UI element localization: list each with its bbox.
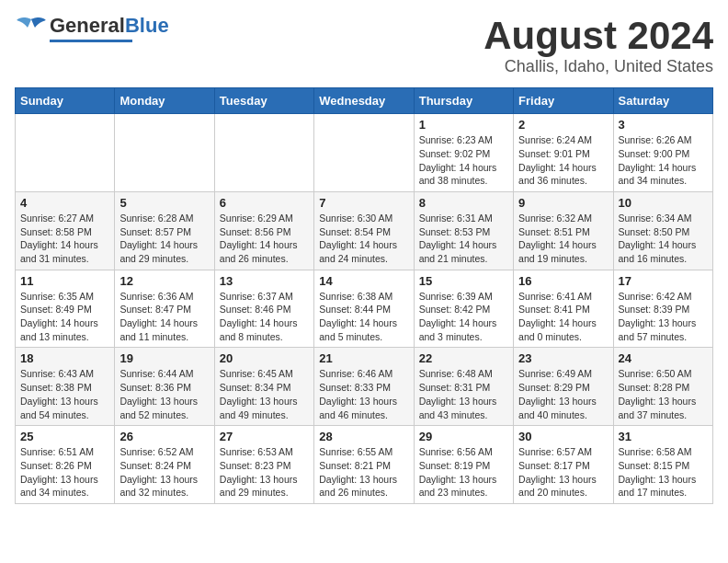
cell-info-text: Sunrise: 6:31 AM Sunset: 8:53 PM Dayligh… xyxy=(419,212,508,266)
calendar-cell: 12Sunrise: 6:36 AM Sunset: 8:47 PM Dayli… xyxy=(115,270,214,348)
title-section: August 2024 Challis, Idaho, United State… xyxy=(483,15,713,76)
cell-info-text: Sunrise: 6:56 AM Sunset: 8:19 PM Dayligh… xyxy=(419,445,508,500)
calendar-cell: 3Sunrise: 6:26 AM Sunset: 9:00 PM Daylig… xyxy=(613,114,712,192)
calendar-week-row: 1Sunrise: 6:23 AM Sunset: 9:02 PM Daylig… xyxy=(16,114,713,192)
location-subtitle: Challis, Idaho, United States xyxy=(483,57,713,76)
cell-date-number: 6 xyxy=(220,196,309,210)
day-header-saturday: Saturday xyxy=(613,88,712,114)
cell-info-text: Sunrise: 6:44 AM Sunset: 8:36 PM Dayligh… xyxy=(119,367,209,421)
cell-date-number: 10 xyxy=(619,196,708,210)
cell-info-text: Sunrise: 6:57 AM Sunset: 8:17 PM Dayligh… xyxy=(518,445,608,500)
cell-info-text: Sunrise: 6:36 AM Sunset: 8:47 PM Dayligh… xyxy=(119,290,209,344)
cell-info-text: Sunrise: 6:51 AM Sunset: 8:26 PM Dayligh… xyxy=(20,445,109,500)
cell-date-number: 13 xyxy=(220,274,309,288)
calendar-cell: 2Sunrise: 6:24 AM Sunset: 9:01 PM Daylig… xyxy=(514,114,613,192)
calendar-cell: 11Sunrise: 6:35 AM Sunset: 8:49 PM Dayli… xyxy=(16,270,115,348)
calendar-cell: 20Sunrise: 6:45 AM Sunset: 8:34 PM Dayli… xyxy=(214,348,313,426)
cell-date-number: 3 xyxy=(619,118,708,132)
cell-info-text: Sunrise: 6:32 AM Sunset: 8:51 PM Dayligh… xyxy=(518,212,608,266)
cell-info-text: Sunrise: 6:42 AM Sunset: 8:39 PM Dayligh… xyxy=(619,290,708,344)
calendar-cell: 28Sunrise: 6:55 AM Sunset: 8:21 PM Dayli… xyxy=(314,426,414,504)
cell-date-number: 26 xyxy=(119,430,209,443)
calendar-cell: 23Sunrise: 6:49 AM Sunset: 8:29 PM Dayli… xyxy=(514,348,613,426)
cell-info-text: Sunrise: 6:37 AM Sunset: 8:46 PM Dayligh… xyxy=(220,290,309,344)
calendar-cell: 14Sunrise: 6:38 AM Sunset: 8:44 PM Dayli… xyxy=(314,270,414,348)
cell-date-number: 4 xyxy=(20,196,109,210)
calendar-cell xyxy=(115,114,214,192)
logo-blue-text: Blue xyxy=(125,14,169,37)
calendar-cell: 15Sunrise: 6:39 AM Sunset: 8:42 PM Dayli… xyxy=(414,270,513,348)
cell-info-text: Sunrise: 6:41 AM Sunset: 8:41 PM Dayligh… xyxy=(518,290,608,344)
calendar-cell: 31Sunrise: 6:58 AM Sunset: 8:15 PM Dayli… xyxy=(613,426,712,504)
calendar-week-row: 4Sunrise: 6:27 AM Sunset: 8:58 PM Daylig… xyxy=(16,191,713,270)
calendar-cell: 16Sunrise: 6:41 AM Sunset: 8:41 PM Dayli… xyxy=(514,270,613,348)
calendar-table: SundayMondayTuesdayWednesdayThursdayFrid… xyxy=(15,87,713,504)
calendar-cell: 29Sunrise: 6:56 AM Sunset: 8:19 PM Dayli… xyxy=(414,426,513,504)
day-header-tuesday: Tuesday xyxy=(214,88,313,114)
cell-date-number: 23 xyxy=(518,351,608,365)
cell-date-number: 18 xyxy=(20,351,109,365)
cell-info-text: Sunrise: 6:23 AM Sunset: 9:02 PM Dayligh… xyxy=(419,133,508,188)
cell-info-text: Sunrise: 6:34 AM Sunset: 8:50 PM Dayligh… xyxy=(619,212,708,266)
cell-date-number: 21 xyxy=(319,351,408,365)
cell-date-number: 29 xyxy=(419,430,508,443)
month-year-title: August 2024 xyxy=(483,15,713,57)
calendar-cell: 25Sunrise: 6:51 AM Sunset: 8:26 PM Dayli… xyxy=(16,426,115,504)
bird-icon xyxy=(15,15,48,42)
cell-info-text: Sunrise: 6:45 AM Sunset: 8:34 PM Dayligh… xyxy=(220,367,309,421)
calendar-header-row: SundayMondayTuesdayWednesdayThursdayFrid… xyxy=(16,88,713,114)
calendar-cell: 6Sunrise: 6:29 AM Sunset: 8:56 PM Daylig… xyxy=(214,191,313,270)
cell-date-number: 5 xyxy=(119,196,209,210)
logo-underline xyxy=(50,40,132,42)
cell-date-number: 1 xyxy=(419,118,508,132)
calendar-cell: 7Sunrise: 6:30 AM Sunset: 8:54 PM Daylig… xyxy=(314,191,414,270)
calendar-cell: 21Sunrise: 6:46 AM Sunset: 8:33 PM Dayli… xyxy=(314,348,414,426)
cell-info-text: Sunrise: 6:26 AM Sunset: 9:00 PM Dayligh… xyxy=(619,133,708,188)
cell-date-number: 17 xyxy=(619,274,708,288)
calendar-cell: 5Sunrise: 6:28 AM Sunset: 8:57 PM Daylig… xyxy=(115,191,214,270)
calendar-cell: 10Sunrise: 6:34 AM Sunset: 8:50 PM Dayli… xyxy=(613,191,712,270)
calendar-cell: 26Sunrise: 6:52 AM Sunset: 8:24 PM Dayli… xyxy=(115,426,214,504)
cell-info-text: Sunrise: 6:50 AM Sunset: 8:28 PM Dayligh… xyxy=(619,367,708,421)
calendar-cell: 8Sunrise: 6:31 AM Sunset: 8:53 PM Daylig… xyxy=(414,191,513,270)
cell-info-text: Sunrise: 6:49 AM Sunset: 8:29 PM Dayligh… xyxy=(518,367,608,421)
cell-info-text: Sunrise: 6:29 AM Sunset: 8:56 PM Dayligh… xyxy=(220,212,309,266)
cell-info-text: Sunrise: 6:43 AM Sunset: 8:38 PM Dayligh… xyxy=(20,367,109,421)
cell-date-number: 16 xyxy=(518,274,608,288)
cell-info-text: Sunrise: 6:46 AM Sunset: 8:33 PM Dayligh… xyxy=(319,367,408,421)
logo: GeneralBlue xyxy=(15,15,169,42)
day-header-monday: Monday xyxy=(115,88,214,114)
calendar-week-row: 18Sunrise: 6:43 AM Sunset: 8:38 PM Dayli… xyxy=(16,348,713,426)
calendar-cell: 27Sunrise: 6:53 AM Sunset: 8:23 PM Dayli… xyxy=(214,426,313,504)
calendar-cell: 4Sunrise: 6:27 AM Sunset: 8:58 PM Daylig… xyxy=(16,191,115,270)
day-header-sunday: Sunday xyxy=(16,88,115,114)
cell-info-text: Sunrise: 6:48 AM Sunset: 8:31 PM Dayligh… xyxy=(419,367,508,421)
cell-date-number: 8 xyxy=(419,196,508,210)
cell-date-number: 31 xyxy=(619,430,708,443)
cell-date-number: 15 xyxy=(419,274,508,288)
calendar-week-row: 11Sunrise: 6:35 AM Sunset: 8:49 PM Dayli… xyxy=(16,270,713,348)
cell-info-text: Sunrise: 6:39 AM Sunset: 8:42 PM Dayligh… xyxy=(419,290,508,344)
day-header-wednesday: Wednesday xyxy=(314,88,414,114)
cell-info-text: Sunrise: 6:53 AM Sunset: 8:23 PM Dayligh… xyxy=(220,445,309,500)
cell-date-number: 27 xyxy=(220,430,309,443)
logo-general-text: General xyxy=(50,14,125,37)
cell-info-text: Sunrise: 6:35 AM Sunset: 8:49 PM Dayligh… xyxy=(20,290,109,344)
cell-date-number: 14 xyxy=(319,274,408,288)
calendar-week-row: 25Sunrise: 6:51 AM Sunset: 8:26 PM Dayli… xyxy=(16,426,713,504)
calendar-cell: 30Sunrise: 6:57 AM Sunset: 8:17 PM Dayli… xyxy=(514,426,613,504)
cell-date-number: 28 xyxy=(319,430,408,443)
cell-info-text: Sunrise: 6:55 AM Sunset: 8:21 PM Dayligh… xyxy=(319,445,408,500)
calendar-cell: 1Sunrise: 6:23 AM Sunset: 9:02 PM Daylig… xyxy=(414,114,513,192)
calendar-cell: 24Sunrise: 6:50 AM Sunset: 8:28 PM Dayli… xyxy=(613,348,712,426)
calendar-cell: 13Sunrise: 6:37 AM Sunset: 8:46 PM Dayli… xyxy=(214,270,313,348)
cell-date-number: 24 xyxy=(619,351,708,365)
header: GeneralBlue August 2024 Challis, Idaho, … xyxy=(15,15,713,76)
cell-info-text: Sunrise: 6:52 AM Sunset: 8:24 PM Dayligh… xyxy=(119,445,209,500)
calendar-cell: 9Sunrise: 6:32 AM Sunset: 8:51 PM Daylig… xyxy=(514,191,613,270)
calendar-cell: 22Sunrise: 6:48 AM Sunset: 8:31 PM Dayli… xyxy=(414,348,513,426)
cell-date-number: 30 xyxy=(518,430,608,443)
calendar-cell: 18Sunrise: 6:43 AM Sunset: 8:38 PM Dayli… xyxy=(16,348,115,426)
cell-date-number: 2 xyxy=(518,118,608,132)
cell-date-number: 22 xyxy=(419,351,508,365)
